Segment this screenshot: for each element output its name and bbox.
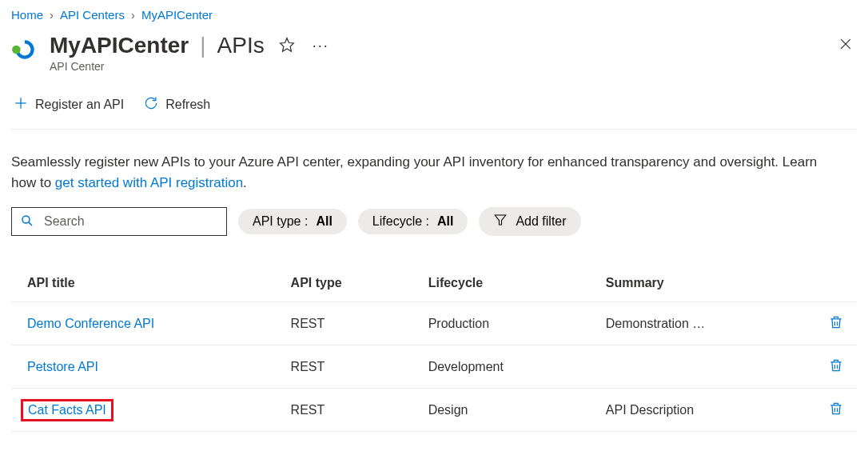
filter-lifecycle-value: All [437,214,453,229]
add-filter-button[interactable]: Add filter [479,207,580,236]
filter-lifecycle-label: Lifecycle : [372,214,429,229]
delete-button[interactable] [823,400,849,420]
learn-link[interactable]: get started with API registration [55,175,243,190]
register-api-button[interactable]: Register an API [11,92,125,118]
page-subtitle: API Center [50,60,834,73]
cell-lifecycle: Design [412,389,590,432]
breadcrumb-api-centers[interactable]: API Centers [60,8,125,22]
chevron-right-icon: › [131,8,135,22]
cell-summary: API Description [590,389,807,432]
svg-line-8 [29,222,32,225]
api-title-link[interactable]: Demo Conference API [27,317,154,330]
svg-point-7 [22,216,30,223]
search-input[interactable] [42,214,218,230]
highlight-box: Cat Facts API [21,399,113,421]
filter-lifecycle[interactable]: Lifecycle : All [358,209,468,234]
table-row: Petstore APIRESTDevelopment [11,345,857,389]
refresh-label: Refresh [165,98,210,112]
refresh-icon [143,95,159,114]
filter-api-type-value: All [316,214,332,229]
filter-row: API type : All Lifecycle : All Add filte… [11,207,857,236]
refresh-button[interactable]: Refresh [141,92,212,118]
star-icon [279,43,295,55]
description-text: Seamlessly register new APIs to your Azu… [11,152,842,193]
page-header: MyAPICenter | APIs ··· API Center [11,33,857,73]
cell-summary: Demonstration … [590,302,807,345]
delete-button[interactable] [823,313,849,333]
search-box[interactable] [11,207,227,236]
plus-icon [13,95,29,114]
trash-icon [828,407,844,419]
close-button[interactable] [834,33,857,59]
table-header-row: API title API type Lifecycle Summary [11,268,857,302]
cell-type: REST [275,389,412,432]
api-title-link[interactable]: Cat Facts API [28,403,106,417]
svg-marker-9 [496,215,507,225]
cell-type: REST [275,302,412,345]
col-lifecycle[interactable]: Lifecycle [412,268,590,302]
api-table: API title API type Lifecycle Summary Dem… [11,268,857,432]
svg-marker-2 [280,38,293,51]
page-title-section: APIs [217,33,265,58]
more-button[interactable]: ··· [309,34,332,58]
chevron-right-icon: › [50,8,54,22]
cell-summary [590,345,807,389]
col-title[interactable]: API title [11,268,275,302]
breadcrumb: Home › API Centers › MyAPICenter [11,8,857,22]
table-row: Demo Conference APIRESTProductionDemonst… [11,302,857,345]
title-divider: | [200,33,205,58]
cell-type: REST [275,345,412,389]
page-title-name: MyAPICenter [50,33,189,58]
svg-point-1 [12,46,21,54]
table-row: Cat Facts APIRESTDesignAPI Description [11,389,857,432]
api-center-icon [11,36,38,63]
register-api-label: Register an API [35,98,124,112]
breadcrumb-home[interactable]: Home [11,8,43,22]
cell-lifecycle: Production [412,302,590,345]
ellipsis-icon: ··· [313,38,329,54]
breadcrumb-current[interactable]: MyAPICenter [141,8,213,22]
trash-icon [828,321,844,333]
funnel-icon [493,213,508,230]
cell-lifecycle: Development [412,345,590,389]
command-bar: Register an API Refresh [11,87,857,130]
col-type[interactable]: API type [275,268,412,302]
filter-api-type[interactable]: API type : All [238,209,347,234]
favorite-button[interactable] [276,34,298,58]
delete-button[interactable] [823,357,849,377]
add-filter-label: Add filter [516,214,566,229]
close-icon [838,39,854,55]
trash-icon [828,364,844,376]
search-icon [20,214,34,230]
filter-api-type-label: API type : [253,214,308,229]
api-title-link[interactable]: Petstore API [27,360,98,373]
col-summary[interactable]: Summary [590,268,807,302]
